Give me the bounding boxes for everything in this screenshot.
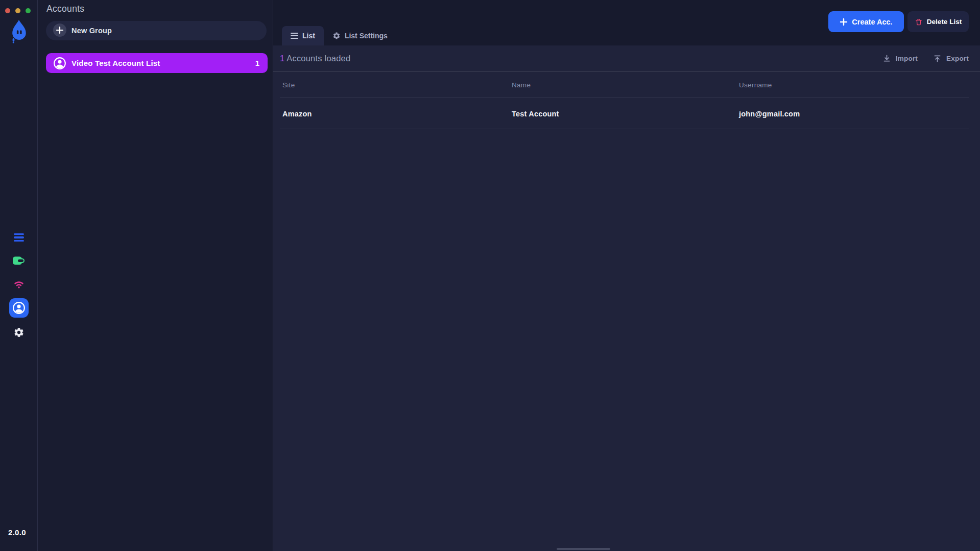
sidebar-item-account-list[interactable]: Video Test Account List 1 [46,53,268,73]
divider [280,129,969,129]
create-account-button[interactable]: Create Acc. [828,11,904,32]
tab-list-settings[interactable]: List Settings [324,26,396,45]
plus-icon [840,18,848,26]
sidebar-item-label: Video Test Account List [71,59,250,67]
tab-list[interactable]: List [282,26,324,45]
version-label: 2.0.0 [8,528,26,537]
minimize-button[interactable] [15,8,20,13]
gear-icon[interactable] [13,327,25,338]
table-header-row: Site Name Username [273,72,980,98]
import-icon [882,54,891,63]
app-logo-icon [8,18,30,44]
column-header-site: Site [282,81,512,89]
header-actions: Create Acc. Delete List [828,11,969,32]
traffic-lights [5,8,31,13]
tab-list-settings-label: List Settings [345,32,388,40]
trash-icon [915,18,923,26]
import-button[interactable]: Import [882,54,918,63]
main-panel: List List Settings [273,0,980,551]
cell-site: Amazon [282,110,512,118]
new-group-button[interactable]: New Group [46,21,267,40]
new-group-label: New Group [71,27,112,35]
import-label: Import [896,55,918,62]
export-button[interactable]: Export [933,54,969,63]
cell-name: Test Account [512,110,739,118]
column-header-name: Name [512,81,739,89]
table-row[interactable]: Amazon Test Account john@gmail.com [273,98,980,129]
delete-list-label: Delete List [927,18,962,26]
topbar: List List Settings [273,0,980,45]
wifi-icon[interactable] [12,278,26,290]
sidebar: Accounts New Group Video Test Account Li… [38,0,273,551]
person-circle-icon [53,57,66,70]
list-icon [291,33,298,39]
horizontal-scrollbar-thumb[interactable] [557,548,610,550]
cell-username: john@gmail.com [739,110,980,118]
loaded-text: Accounts loaded [286,54,350,63]
accounts-icon[interactable] [9,298,29,318]
column-header-username: Username [739,81,980,89]
plus-circle-icon [53,23,66,38]
menu-icon[interactable] [13,231,25,244]
wallet-icon[interactable] [12,255,26,267]
status-row: 1 Accounts loaded Import [273,45,980,72]
count-badge: 1 [255,59,259,67]
content-panel: 1 Accounts loaded Import [273,45,980,551]
close-button[interactable] [5,8,10,13]
create-account-label: Create Acc. [852,18,892,26]
page-title: Accounts [46,4,84,14]
delete-list-button[interactable]: Delete List [907,11,969,32]
import-export-group: Import Export [882,54,969,63]
export-label: Export [946,55,969,62]
accounts-loaded-status: 1 Accounts loaded [280,54,882,63]
fullscreen-button[interactable] [26,8,31,13]
icon-rail: 2.0.0 [0,0,38,551]
loaded-count: 1 [280,54,284,63]
tab-list-label: List [302,32,315,40]
tab-bar: List List Settings [282,26,396,45]
gear-icon [332,32,341,40]
app-window: 2.0.0 Accounts New Group Video Test Ac [0,0,980,551]
export-icon [933,54,942,63]
